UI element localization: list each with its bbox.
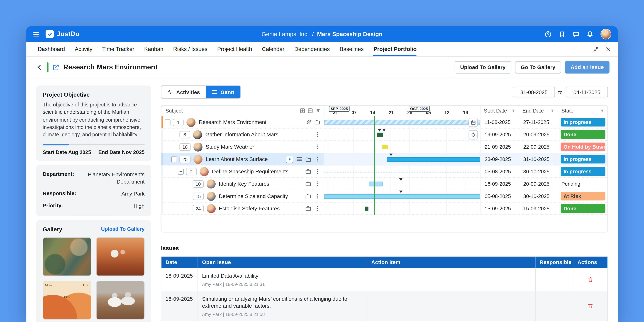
breadcrumb: Genie Lamps, Inc. / Mars Spaceship Desig… <box>262 31 382 38</box>
gantt-row[interactable]: 18Study Mars Weather21-09-202522-09-2025… <box>161 141 607 153</box>
issue-actions-cell <box>573 268 608 290</box>
activities-view-button[interactable]: Activities <box>161 86 206 98</box>
user-avatar[interactable] <box>600 29 611 40</box>
page-title: Research Mars Environment <box>63 63 158 71</box>
breadcrumb-project[interactable]: Mars Spaceship Design <box>317 31 382 38</box>
detail-label: Priority: <box>43 202 63 210</box>
row-color-strip <box>161 141 163 153</box>
collapse-expander[interactable]: − <box>178 168 184 174</box>
row-color-strip <box>161 166 163 178</box>
dots-icon[interactable] <box>314 168 320 174</box>
dots-icon[interactable] <box>314 156 320 162</box>
filter-icon[interactable] <box>550 108 554 113</box>
trash-icon[interactable] <box>587 303 593 309</box>
week-tick: 21 <box>389 110 394 115</box>
tab-time-tracker[interactable]: Time Tracker <box>102 42 134 56</box>
expand-all-icon[interactable] <box>300 108 305 114</box>
project-details-card: Department:Planetary Environments Depart… <box>36 165 151 216</box>
notifications-icon[interactable] <box>586 30 594 38</box>
week-tick: 07 <box>352 110 356 115</box>
filter-icon[interactable] <box>316 108 321 114</box>
gallery-image-diagram[interactable]: CH₄? H₂? CO₂ <box>43 281 91 320</box>
gantt-row[interactable]: −1Research Mars Environment11-08-202527-… <box>161 116 607 128</box>
menu-icon[interactable] <box>33 30 40 38</box>
help-icon[interactable] <box>544 30 552 38</box>
tab-dependencies[interactable]: Dependencies <box>294 42 330 56</box>
filter-icon[interactable] <box>511 108 516 113</box>
issue-open-cell: Limited Data AvailabilityAmy Park | 18-0… <box>198 268 367 290</box>
tab-dashboard[interactable]: Dashboard <box>38 42 65 56</box>
range-start-input[interactable] <box>513 86 555 97</box>
filter-icon[interactable] <box>600 108 604 113</box>
task-id-badge: 1 <box>173 118 184 126</box>
gantt-bar[interactable] <box>369 182 383 186</box>
milestone-marker <box>382 129 386 132</box>
row-color-strip <box>161 178 163 190</box>
task-end-date: 20-09-2025 <box>519 178 558 190</box>
dots-icon[interactable] <box>314 132 320 138</box>
gantt-bar[interactable] <box>324 194 480 199</box>
tab-calendar[interactable]: Calendar <box>262 42 284 56</box>
upload-to-gallery-link[interactable]: Upload To Gallery <box>101 226 144 232</box>
collapse-expander[interactable]: − <box>171 156 177 162</box>
collapse-expander[interactable]: − <box>165 119 170 125</box>
chat-icon[interactable] <box>572 30 580 38</box>
issue-open-cell: Simulating or analyzing Mars’ conditions… <box>198 291 367 321</box>
add-an-issue-button[interactable]: Add an Issue <box>565 61 610 73</box>
gantt-view-button[interactable]: Gantt <box>206 86 240 98</box>
gantt-bar[interactable] <box>324 120 480 125</box>
gallery-image-habitat[interactable] <box>96 238 144 276</box>
app-logo[interactable]: JustDo <box>46 30 80 38</box>
back-chevron-icon[interactable] <box>36 64 43 70</box>
assignee-avatar <box>206 204 216 213</box>
timeline-crosshair-button[interactable] <box>469 130 478 139</box>
timeline-calendar-button[interactable] <box>469 118 478 127</box>
gantt-row[interactable]: −25Learn About Mars Surface23-09-202531-… <box>161 153 607 166</box>
external-link-icon[interactable] <box>52 64 59 70</box>
tab-project-health[interactable]: Project Health <box>217 42 252 56</box>
trash-icon[interactable] <box>587 276 593 282</box>
gantt-state-cell: In progress <box>558 153 608 165</box>
dots-icon[interactable] <box>314 205 320 212</box>
collapse-all-icon[interactable] <box>308 108 313 114</box>
objective-text: The objective of this project is to adva… <box>43 101 144 139</box>
gantt-row[interactable]: 10Identify Key Features16-09-202520-09-2… <box>161 178 607 190</box>
issue-action-cell <box>367 291 535 321</box>
bookmark-icon[interactable] <box>558 30 566 38</box>
dots-icon[interactable] <box>314 181 320 187</box>
dots-icon[interactable] <box>314 144 320 150</box>
milestone-marker <box>390 154 393 156</box>
issue-responsible-cell <box>535 291 573 321</box>
gantt-bar[interactable] <box>324 172 480 173</box>
detail-row: Department:Planetary Environments Depart… <box>43 171 144 186</box>
gantt-bar[interactable] <box>377 133 383 137</box>
gallery-image-terrain[interactable] <box>43 238 91 276</box>
gantt-row[interactable]: 8Gather Information About Mars19-09-2025… <box>161 128 607 141</box>
breadcrumb-org[interactable]: Genie Lamps, Inc. <box>262 31 309 38</box>
gantt-bar[interactable] <box>382 145 388 149</box>
upload-to-gallery-button[interactable]: Upload To Gallery <box>454 61 511 73</box>
gantt-bar[interactable] <box>387 157 480 162</box>
gantt-timeline-cell <box>324 178 480 190</box>
range-end-input[interactable] <box>566 86 608 97</box>
gantt-bar[interactable] <box>365 206 368 211</box>
tab-kanban[interactable]: Kanban <box>144 42 163 56</box>
tab-project-portfolio[interactable]: Project Portfolio <box>374 42 417 56</box>
gantt-row[interactable]: −2Define Spaceship Requirements05-08-202… <box>161 166 607 178</box>
go-to-gallery-button[interactable]: Go To Gallery <box>515 61 561 73</box>
tab-baselines[interactable]: Baselines <box>340 42 364 56</box>
tab-activity[interactable]: Activity <box>75 42 92 56</box>
diagram-label: H₂? <box>83 284 88 286</box>
collapse-view-icon[interactable] <box>593 46 599 52</box>
gantt-row[interactable]: 15Determine Size and Capacity05-08-20253… <box>161 190 607 202</box>
task-start-date: 16-09-2025 <box>480 178 519 190</box>
gallery-image-astronauts[interactable] <box>96 281 144 320</box>
ai-sparkle-button[interactable] <box>286 156 293 163</box>
close-icon[interactable] <box>605 46 611 52</box>
gantt-row[interactable]: 24Establish Safety Features15-09-202515-… <box>161 202 607 215</box>
project-sidebar: Project Objective The objective of this … <box>36 86 151 322</box>
dots-icon[interactable] <box>314 193 320 199</box>
issue-date: 18-09-2025 <box>161 268 198 290</box>
assignee-avatar <box>206 192 216 201</box>
tab-risks-issues[interactable]: Risks / Issues <box>173 42 207 56</box>
